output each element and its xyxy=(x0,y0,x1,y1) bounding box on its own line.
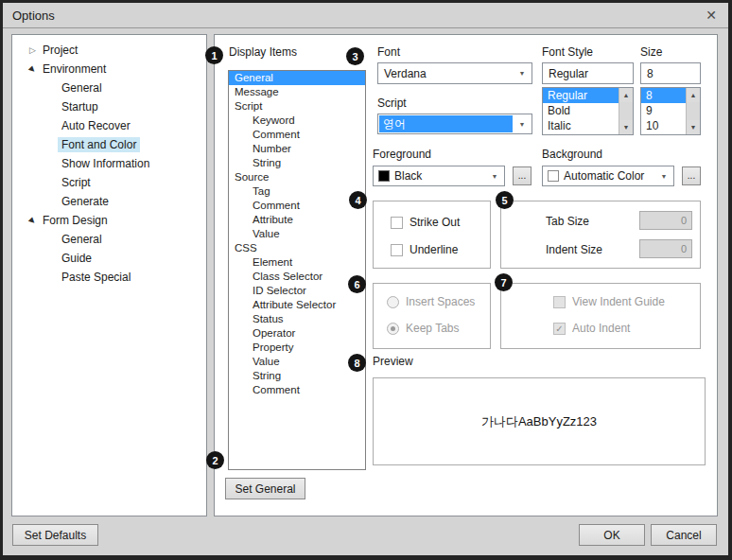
tree-item-environment[interactable]: ▶ Environment xyxy=(12,60,206,79)
tree-item-generate[interactable]: Generate xyxy=(12,192,206,211)
set-general-button[interactable]: Set General xyxy=(225,478,305,499)
tree-item-label: General xyxy=(58,232,106,247)
size-settings-group: Tab Size 0 Indent Size 0 xyxy=(500,201,701,269)
strike-out-checkbox[interactable] xyxy=(391,217,403,229)
list-item-css-comment[interactable]: Comment xyxy=(229,383,365,397)
title-bar: Options ✕ xyxy=(3,3,728,28)
tree-item-label: General xyxy=(58,80,106,96)
tree-item-project[interactable]: ▷ Project xyxy=(12,41,206,60)
list-item-element[interactable]: Element xyxy=(229,255,365,270)
tree-expand-icon[interactable]: ▶ xyxy=(26,61,41,77)
tree-collapse-icon[interactable]: ▷ xyxy=(26,45,39,55)
tree-item-general[interactable]: General xyxy=(12,79,206,97)
list-item-message[interactable]: Message xyxy=(229,85,365,99)
tree-item-font-and-color[interactable]: Font and Color xyxy=(12,135,206,154)
tree-item-label: Show Information xyxy=(58,156,153,171)
font-style-option-bold[interactable]: Bold xyxy=(543,103,619,118)
list-item-tag[interactable]: Tag xyxy=(229,184,365,199)
list-item-source-comment[interactable]: Comment xyxy=(229,199,365,213)
list-item-source[interactable]: Source xyxy=(229,170,365,184)
window-title: Options xyxy=(12,9,55,23)
size-input[interactable]: 8 xyxy=(640,62,701,84)
auto-indent-row: ✓ Auto Indent xyxy=(553,322,630,335)
close-icon[interactable]: ✕ xyxy=(706,8,717,23)
strike-out-row: Strike Out xyxy=(391,216,460,229)
background-color-swatch xyxy=(548,170,559,182)
list-item-css-value[interactable]: Value xyxy=(229,355,365,369)
tree-item-paste-special[interactable]: Paste Special xyxy=(12,268,206,287)
tree-item-label: Environment xyxy=(39,61,110,77)
tree-expand-icon[interactable]: ▶ xyxy=(26,213,41,228)
list-item-css-string[interactable]: String xyxy=(229,369,365,383)
foreground-color-swatch xyxy=(378,170,390,182)
tree-item-label: Paste Special xyxy=(58,270,134,285)
list-item-general[interactable]: General xyxy=(229,71,365,85)
tree-item-startup[interactable]: Startup xyxy=(12,97,206,116)
chevron-down-icon[interactable]: ▼ xyxy=(513,70,532,77)
script-combobox[interactable]: 영어 ▼ xyxy=(377,114,532,134)
tree-item-auto-recover[interactable]: Auto Recover xyxy=(12,116,206,135)
size-option-10[interactable]: 10 xyxy=(641,118,686,133)
scroll-down-icon[interactable]: ▼ xyxy=(687,120,700,134)
tree-item-show-information[interactable]: Show Information xyxy=(12,154,206,173)
list-item-script-string[interactable]: String xyxy=(229,156,365,170)
insert-spaces-radio xyxy=(387,296,399,308)
strike-out-label: Strike Out xyxy=(410,216,460,229)
size-option-8[interactable]: 8 xyxy=(641,88,686,103)
tree-item-form-design[interactable]: ▶ Form Design xyxy=(12,211,206,230)
list-item-script[interactable]: Script xyxy=(229,99,365,114)
font-family-combobox[interactable]: Verdana ▼ xyxy=(377,62,532,84)
size-option-9[interactable]: 9 xyxy=(641,103,686,118)
list-item-id-selector[interactable]: ID Selector xyxy=(229,284,365,298)
list-item-attribute-selector[interactable]: Attribute Selector xyxy=(229,298,365,312)
indent-size-label: Indent Size xyxy=(546,243,602,256)
list-item-attribute[interactable]: Attribute xyxy=(229,213,365,227)
font-label: Font xyxy=(377,45,400,59)
cancel-button[interactable]: Cancel xyxy=(651,524,717,546)
list-item-number[interactable]: Number xyxy=(229,142,365,156)
font-style-scrollbar[interactable]: ▲ ▼ xyxy=(619,88,633,134)
list-item-class-selector[interactable]: Class Selector xyxy=(229,270,365,284)
annotation-badge-5: 5 xyxy=(496,191,514,209)
annotation-badge-8: 8 xyxy=(348,354,366,372)
foreground-label: Foreground xyxy=(373,148,431,161)
font-style-option-regular[interactable]: Regular xyxy=(543,88,619,103)
font-family-value: Verdana xyxy=(378,67,513,80)
scroll-down-icon[interactable]: ▼ xyxy=(619,120,633,134)
font-style-label: Font Style xyxy=(542,45,593,59)
foreground-color-combobox[interactable]: Black ▼ xyxy=(373,166,505,186)
annotation-badge-2: 2 xyxy=(206,451,224,469)
size-scrollbar[interactable]: ▲ ▼ xyxy=(686,88,700,134)
ok-button[interactable]: OK xyxy=(579,524,645,546)
tree-item-form-general[interactable]: General xyxy=(12,230,206,249)
background-color-combobox[interactable]: Automatic Color ▼ xyxy=(542,166,674,186)
list-item-keyword[interactable]: Keyword xyxy=(229,114,365,128)
list-item-operator[interactable]: Operator xyxy=(229,326,365,341)
list-item-status[interactable]: Status xyxy=(229,312,365,326)
tree-item-script[interactable]: Script xyxy=(12,173,206,192)
set-defaults-button[interactable]: Set Defaults xyxy=(12,524,98,546)
list-item-property[interactable]: Property xyxy=(229,341,365,355)
list-item-script-comment[interactable]: Comment xyxy=(229,128,365,142)
scroll-up-icon[interactable]: ▲ xyxy=(687,88,700,102)
chevron-down-icon[interactable]: ▼ xyxy=(513,121,532,128)
keep-tabs-radio xyxy=(387,323,399,335)
foreground-more-colors-button[interactable]: ... xyxy=(513,166,532,185)
underline-checkbox[interactable] xyxy=(391,244,403,256)
tree-item-guide[interactable]: Guide xyxy=(12,249,206,268)
font-style-input[interactable]: Regular xyxy=(542,62,634,84)
chevron-down-icon[interactable]: ▼ xyxy=(654,173,673,180)
list-item-css[interactable]: CSS xyxy=(229,241,365,255)
tree-item-label: Guide xyxy=(58,251,96,266)
tree-item-label: Startup xyxy=(58,99,102,114)
size-listbox: 8 9 10 ▲ ▼ xyxy=(640,87,701,135)
auto-indent-checkbox: ✓ xyxy=(553,323,566,335)
annotation-badge-3: 3 xyxy=(346,47,364,65)
chevron-down-icon[interactable]: ▼ xyxy=(485,173,504,180)
background-more-colors-button[interactable]: ... xyxy=(682,166,701,185)
scroll-up-icon[interactable]: ▲ xyxy=(619,88,633,102)
font-style-option-italic[interactable]: Italic xyxy=(543,118,619,133)
tree-item-label: Form Design xyxy=(39,213,112,228)
list-item-source-value[interactable]: Value xyxy=(229,227,365,241)
background-color-value: Automatic Color xyxy=(559,169,654,183)
